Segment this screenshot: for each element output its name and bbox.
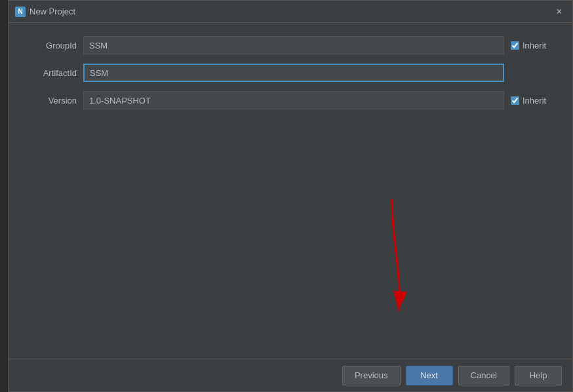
version-inherit: Inherit <box>511 96 557 106</box>
close-button[interactable]: × <box>553 5 566 18</box>
dialog-title: New Project <box>30 7 553 16</box>
title-bar: N New Project × <box>9 1 572 23</box>
artifactid-label: ArtifactId <box>24 68 77 78</box>
dialog-footer: Previous Next Cancel Help <box>9 359 572 391</box>
dialog-icon: N <box>15 7 26 17</box>
previous-button[interactable]: Previous <box>342 366 401 385</box>
groupid-row: GroupId Inherit <box>24 36 557 54</box>
help-button[interactable]: Help <box>515 366 562 385</box>
groupid-input[interactable] <box>83 36 504 54</box>
version-inherit-label: Inherit <box>523 96 546 106</box>
groupid-inherit-checkbox[interactable] <box>511 41 519 50</box>
version-inherit-checkbox[interactable] <box>511 96 519 105</box>
dialog-content: GroupId Inherit ArtifactId Inherit Versi… <box>9 23 572 359</box>
version-input[interactable] <box>83 91 504 109</box>
groupid-inherit: Inherit <box>511 41 557 50</box>
new-project-dialog: N New Project × GroupId Inherit Artifact… <box>8 0 573 392</box>
artifactid-input[interactable] <box>83 64 504 82</box>
groupid-label: GroupId <box>24 41 77 50</box>
version-label: Version <box>24 96 77 106</box>
artifactid-row: ArtifactId Inherit <box>24 64 557 82</box>
editor-background <box>0 0 8 392</box>
groupid-inherit-label: Inherit <box>523 41 546 50</box>
version-row: Version Inherit <box>24 91 557 109</box>
cancel-button[interactable]: Cancel <box>458 366 509 385</box>
next-button[interactable]: Next <box>406 366 453 385</box>
